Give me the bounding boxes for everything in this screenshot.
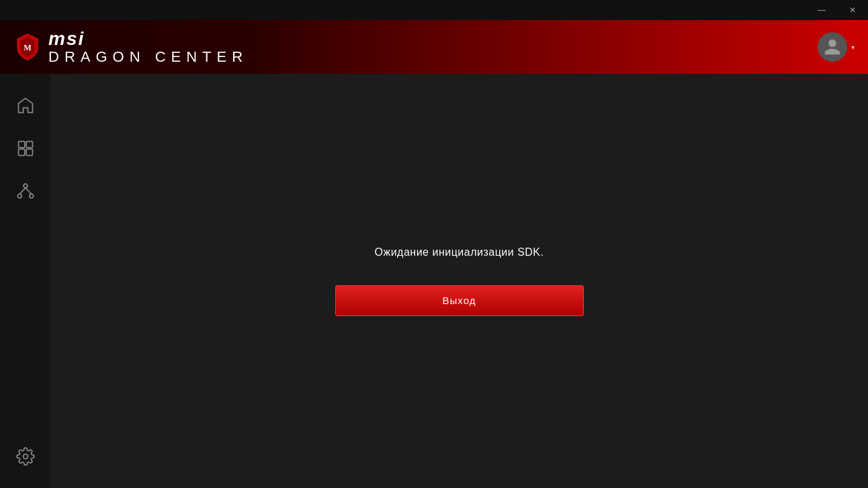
svg-point-6 [17, 194, 21, 198]
sidebar-item-network[interactable] [7, 173, 44, 209]
avatar [818, 32, 847, 62]
svg-point-7 [29, 194, 33, 198]
minimize-button[interactable]: — [806, 0, 837, 20]
logo-text: msi DRAGON CENTER [48, 30, 248, 64]
settings-icon [16, 447, 35, 466]
main-content: Ожидание инициализации SDK. Выход [50, 74, 868, 488]
svg-point-10 [23, 454, 28, 459]
msi-wordmark: msi [48, 30, 248, 48]
network-icon [16, 182, 35, 201]
svg-point-5 [24, 184, 28, 188]
title-bar-controls: — ✕ [806, 0, 868, 20]
sidebar-item-settings[interactable] [7, 438, 44, 475]
chevron-down-icon: ▾ [851, 44, 855, 51]
exit-button[interactable]: Выход [335, 285, 584, 316]
sidebar [0, 74, 50, 488]
sidebar-item-apps[interactable] [7, 130, 44, 166]
sidebar-item-home[interactable] [7, 87, 44, 124]
user-avatar-area[interactable]: ▾ [818, 32, 855, 62]
apps-icon [16, 139, 35, 158]
svg-rect-4 [26, 149, 32, 155]
close-button[interactable]: ✕ [837, 0, 868, 20]
svg-rect-2 [26, 142, 32, 148]
title-bar: — ✕ [0, 0, 868, 20]
header: M msi DRAGON CENTER ▾ [0, 20, 868, 74]
svg-text:M: M [24, 43, 32, 52]
svg-line-9 [26, 188, 32, 194]
svg-line-8 [19, 188, 26, 194]
msi-shield-icon: M [13, 33, 42, 61]
home-icon [16, 96, 35, 115]
logo-area: M msi DRAGON CENTER [13, 30, 248, 64]
user-icon [823, 38, 842, 56]
svg-rect-1 [18, 142, 24, 148]
app-title: DRAGON CENTER [48, 50, 248, 64]
svg-rect-3 [18, 149, 24, 155]
sdk-status-message: Ожидание инициализации SDK. [375, 246, 544, 258]
